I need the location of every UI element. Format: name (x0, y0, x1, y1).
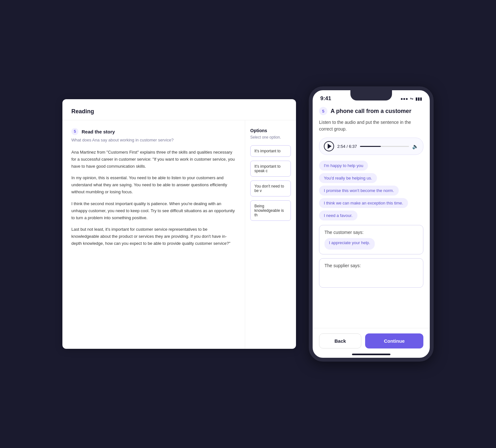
paragraph-3: I think the second most important qualit… (71, 200, 236, 221)
exercise-header: 5 Read the story (71, 128, 236, 135)
back-button[interactable]: Back (319, 333, 361, 348)
total-time: 6:37 (349, 144, 357, 149)
audio-time: 2:54 / 6:37 (337, 144, 357, 149)
chip-1[interactable]: You'd really be helping us. (319, 173, 377, 183)
reading-panel: Reading 5 Read the story What does Ana s… (62, 99, 296, 349)
supplier-drop-zone[interactable]: The supplier says: (319, 258, 423, 288)
play-icon (328, 144, 332, 149)
exercise-subtitle: What does Ana say about working in custo… (71, 138, 236, 142)
options-title: Options (250, 128, 291, 133)
customer-zone-chips: I appreciate your help. (324, 238, 418, 250)
audio-player[interactable]: 2:54 / 6:37 🔈 (319, 138, 423, 155)
chip-0[interactable]: I'm happy to help you (319, 161, 368, 171)
phone-exercise-title: A phone call from a customer (331, 108, 411, 115)
phone-wrapper: 9:41 ●●● ⇋ ▮▮▮ 5 A phone call from a cus… (309, 86, 434, 362)
options-subtitle: Select one option. (250, 135, 291, 140)
options-sidebar: Options Select one option. It's importan… (245, 120, 296, 349)
phone-frame: 9:41 ●●● ⇋ ▮▮▮ 5 A phone call from a cus… (309, 86, 434, 362)
customer-zone-label: The customer says: (324, 230, 418, 235)
signal-icon: ●●● (400, 96, 408, 101)
continue-button[interactable]: Continue (365, 333, 423, 348)
battery-icon: ▮▮▮ (415, 96, 422, 101)
audio-progress-fill (360, 146, 380, 147)
status-time: 9:41 (320, 95, 331, 102)
status-icons: ●●● ⇋ ▮▮▮ (400, 96, 422, 101)
wifi-icon: ⇋ (410, 96, 413, 101)
audio-progress-bar[interactable] (360, 146, 409, 147)
paragraph-4: Last but not least, it's important for c… (71, 226, 236, 247)
phone-bottom-buttons: Back Continue (313, 328, 430, 354)
paragraph-2: In my opinion, this is essential. You ne… (71, 174, 236, 196)
phone-exercise-header: 5 A phone call from a customer (319, 107, 423, 115)
option-card-3[interactable]: You don't need to be v (250, 180, 291, 196)
phone-notch (350, 90, 392, 100)
phone-step-badge: 5 (319, 107, 327, 115)
volume-icon[interactable]: 🔈 (412, 143, 419, 149)
phone-exercise-desc: Listen to the audio and put the sentence… (319, 119, 423, 132)
chip-3[interactable]: I think we can make an exception this ti… (319, 198, 408, 208)
home-indicator (352, 354, 390, 355)
option-card-1[interactable]: It's important to (250, 145, 291, 157)
option-card-2[interactable]: It's important to speak c (250, 161, 291, 177)
supplier-zone-label: The supplier says: (324, 263, 418, 268)
chip-2[interactable]: I promise this won't become the norm. (319, 186, 399, 196)
reading-panel-title: Reading (62, 108, 296, 120)
phrase-chips-area: I'm happy to help you You'd really be he… (319, 161, 423, 220)
customer-drop-zone[interactable]: The customer says: I appreciate your hel… (319, 225, 423, 254)
customer-chip-0[interactable]: I appreciate your help. (324, 238, 375, 250)
play-button[interactable] (324, 141, 334, 151)
reading-main-area: 5 Read the story What does Ana say about… (62, 120, 245, 349)
supplier-zone-chips (324, 271, 418, 283)
option-card-4[interactable]: Being knowledgeable is th (250, 200, 291, 221)
chip-4[interactable]: I need a favour. (319, 211, 357, 220)
step-badge: 5 (71, 128, 78, 135)
current-time: 2:54 (337, 144, 345, 149)
phone-content: 5 A phone call from a customer Listen to… (313, 103, 430, 328)
reading-text: Ana Martinez from "Customers First" expl… (71, 149, 236, 247)
paragraph-1: Ana Martinez from "Customers First" expl… (71, 149, 236, 170)
exercise-title: Read the story (82, 129, 115, 134)
